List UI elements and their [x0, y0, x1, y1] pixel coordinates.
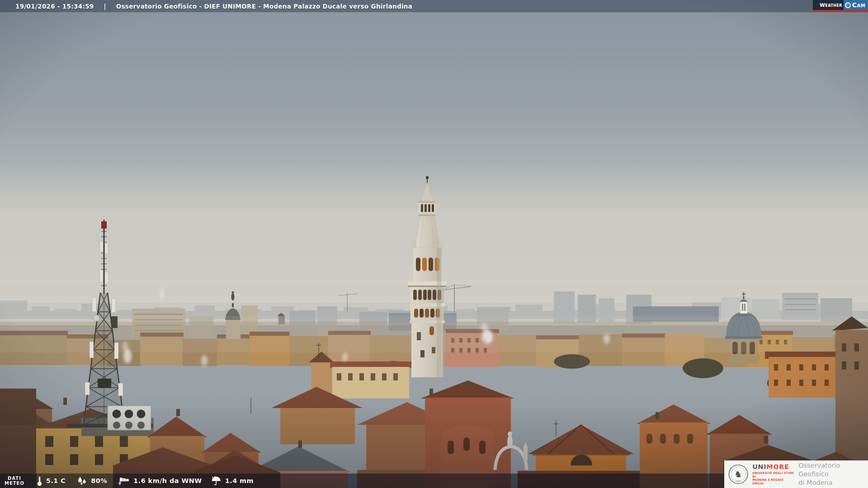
- observatory-name: Osservatorio Geofisico di Modena: [798, 461, 868, 487]
- umbrella-icon: [211, 476, 222, 486]
- weathercam-logo: Weather Cam: [813, 0, 868, 11]
- unimore-more-text: MORE: [766, 463, 789, 470]
- observatory-name-line1: Osservatorio Geofisico: [798, 461, 868, 479]
- webcam-frame: 19/01/2026 - 15:34:59 | Osservatorio Geo…: [0, 0, 868, 488]
- separator: |: [104, 3, 106, 10]
- precipitation-value: 1.4 mm: [225, 477, 254, 484]
- windsock-icon: [118, 476, 130, 486]
- university-subtitle: UNIVERSITÀ DEGLI STUDI DI MODENA E REGGI…: [752, 471, 794, 485]
- humidity-value: 80%: [91, 477, 107, 484]
- unimore-wordmark: UNIMORE: [752, 464, 794, 470]
- unimore-brand-block: UNIMORE UNIVERSITÀ DEGLI STUDI DI MODENA…: [752, 464, 794, 485]
- temperature-reading: 5.1 C: [37, 476, 66, 486]
- unimore-seal-icon: ♞ 1175: [728, 464, 748, 485]
- svg-text:1175: 1175: [736, 480, 741, 482]
- info-bar: 19/01/2026 - 15:34:59 | Osservatorio Geo…: [0, 0, 868, 12]
- camera-title: Osservatorio Geofisico - DIEF UNIMORE - …: [116, 3, 413, 10]
- wind-value: 1.6 km/h da WNW: [133, 477, 202, 484]
- city-panorama-photo: [0, 0, 868, 488]
- svg-text:♞: ♞: [734, 469, 742, 479]
- weathercam-logo-row: Weather Cam: [813, 0, 868, 10]
- weathercam-red-strip: [813, 10, 868, 11]
- timestamp: 19/01/2026 - 15:34:59: [15, 3, 94, 10]
- humidity-reading: 80%: [77, 476, 107, 486]
- unimore-uni-text: UNI: [752, 463, 766, 470]
- weathercam-weather-label: Weather: [813, 0, 844, 10]
- unimore-logo-panel: ♞ 1175 UNIMORE UNIVERSITÀ DEGLI STUDI DI…: [724, 460, 868, 488]
- dati-line: DATI: [8, 476, 21, 481]
- droplets-icon: [77, 476, 87, 486]
- thermometer-icon: [37, 476, 42, 486]
- sun-circle-icon: [844, 2, 851, 9]
- wind-reading: 1.6 km/h da WNW: [118, 476, 202, 486]
- dati-meteo-label: DATI METEO: [5, 476, 24, 486]
- observatory-name-line2: di Modena: [798, 479, 868, 487]
- university-subtitle-line1: UNIVERSITÀ DEGLI STUDI DI: [752, 471, 794, 478]
- temperature-value: 5.1 C: [46, 477, 66, 484]
- precipitation-reading: 1.4 mm: [211, 476, 254, 486]
- weathercam-blue-block: Cam: [844, 0, 868, 10]
- weathercam-cam-label: Cam: [852, 1, 865, 9]
- meteo-line: METEO: [5, 481, 24, 486]
- university-subtitle-line2: MODENA E REGGIO EMILIA: [752, 478, 794, 485]
